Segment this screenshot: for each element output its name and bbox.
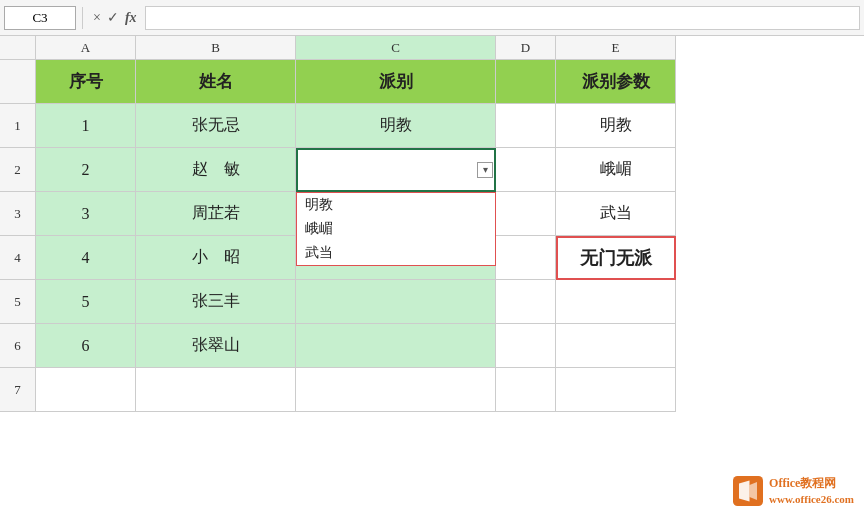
- dropdown-list[interactable]: 明教 峨嵋 武当: [296, 192, 496, 266]
- cell-8-c[interactable]: [296, 368, 496, 412]
- column-headers: A B C D E: [0, 36, 864, 60]
- svg-marker-2: [750, 482, 758, 500]
- cell-1-e[interactable]: 派别参数: [556, 60, 676, 104]
- cell-3-b[interactable]: 赵 敏: [136, 148, 296, 192]
- cell-7-b[interactable]: 张翠山: [136, 324, 296, 368]
- brand-name: Office教程网: [769, 475, 854, 492]
- cell-4-e[interactable]: 武当: [556, 192, 676, 236]
- col-header-c[interactable]: C: [296, 36, 496, 60]
- col-header-e[interactable]: E: [556, 36, 676, 60]
- row-num-1: [0, 60, 36, 104]
- dropdown-arrow[interactable]: ▾: [477, 162, 493, 178]
- cell-7-c[interactable]: [296, 324, 496, 368]
- cell-8-e[interactable]: [556, 368, 676, 412]
- dropdown-item-emei[interactable]: 峨嵋: [297, 217, 495, 241]
- row-num-8: 7: [0, 368, 36, 412]
- confirm-icon[interactable]: ✓: [107, 9, 119, 26]
- table-row: 6 6 张翠山: [0, 324, 864, 368]
- cell-4-a[interactable]: 3: [36, 192, 136, 236]
- cell-6-c[interactable]: [296, 280, 496, 324]
- row-num-2: 1: [0, 104, 36, 148]
- rows-container: 序号 姓名 派别 派别参数 1 1 张无忌 明: [0, 60, 864, 515]
- cell-5-a[interactable]: 4: [36, 236, 136, 280]
- header-data-row: 序号 姓名 派别 派别参数: [0, 60, 864, 104]
- cell-8-d[interactable]: [496, 368, 556, 412]
- cell-5-e[interactable]: 无门无派: [556, 236, 676, 280]
- cell-1-c[interactable]: 派别: [296, 60, 496, 104]
- function-icon[interactable]: fx: [125, 10, 137, 26]
- cell-6-d[interactable]: [496, 280, 556, 324]
- cell-2-e[interactable]: 明教: [556, 104, 676, 148]
- cell-reference-box[interactable]: C3: [4, 6, 76, 30]
- col-header-b[interactable]: B: [136, 36, 296, 60]
- cell-6-a[interactable]: 5: [36, 280, 136, 324]
- cell-2-d[interactable]: [496, 104, 556, 148]
- formula-input[interactable]: [145, 6, 860, 30]
- cell-8-a[interactable]: [36, 368, 136, 412]
- cell-1-d[interactable]: [496, 60, 556, 104]
- cell-4-d[interactable]: [496, 192, 556, 236]
- watermark: Office教程网 www.office26.com: [733, 475, 854, 507]
- spreadsheet: A B C D E 序号 姓名 派别: [0, 36, 864, 515]
- cell-8-b[interactable]: [136, 368, 296, 412]
- row-num-6: 5: [0, 280, 36, 324]
- row-num-5: 4: [0, 236, 36, 280]
- dropdown-item-mingjiao[interactable]: 明教: [297, 193, 495, 217]
- dropdown-wrapper: ▾ 明教 峨嵋 武当: [296, 148, 495, 191]
- cell-ref-value: C3: [32, 10, 47, 26]
- cell-5-d[interactable]: [496, 236, 556, 280]
- cell-3-d[interactable]: [496, 148, 556, 192]
- cell-6-b[interactable]: 张三丰: [136, 280, 296, 324]
- row-num-7: 6: [0, 324, 36, 368]
- office-logo-icon: [733, 476, 763, 506]
- row-num-4: 3: [0, 192, 36, 236]
- dropdown-item-wudang[interactable]: 武当: [297, 241, 495, 265]
- cell-2-c[interactable]: 明教: [296, 104, 496, 148]
- cell-7-a[interactable]: 6: [36, 324, 136, 368]
- cell-7-e[interactable]: [556, 324, 676, 368]
- formula-bar: C3 × ✓ fx: [0, 0, 864, 36]
- table-row: 7: [0, 368, 864, 412]
- cell-6-e[interactable]: [556, 280, 676, 324]
- cell-2-a[interactable]: 1: [36, 104, 136, 148]
- watermark-text: Office教程网 www.office26.com: [769, 475, 854, 507]
- cell-3-e[interactable]: 峨嵋: [556, 148, 676, 192]
- cell-5-b[interactable]: 小 昭: [136, 236, 296, 280]
- formula-divider: [82, 7, 83, 29]
- cell-3-c[interactable]: ▾ 明教 峨嵋 武当: [296, 148, 496, 192]
- row-num-3: 2: [0, 148, 36, 192]
- table-row: 1 1 张无忌 明教 明教: [0, 104, 864, 148]
- col-header-a[interactable]: A: [36, 36, 136, 60]
- cell-4-b[interactable]: 周芷若: [136, 192, 296, 236]
- table-row: 2 2 赵 敏 ▾ 明教 峨嵋 武当: [0, 148, 864, 192]
- cell-2-b[interactable]: 张无忌: [136, 104, 296, 148]
- cancel-icon[interactable]: ×: [93, 10, 101, 26]
- col-header-d[interactable]: D: [496, 36, 556, 60]
- svg-marker-1: [739, 480, 750, 501]
- website: www.office26.com: [769, 492, 854, 507]
- cell-1-b[interactable]: 姓名: [136, 60, 296, 104]
- table-row: 5 5 张三丰: [0, 280, 864, 324]
- row-num-header: [0, 36, 36, 60]
- cell-7-d[interactable]: [496, 324, 556, 368]
- cell-3-a[interactable]: 2: [36, 148, 136, 192]
- cell-1-a[interactable]: 序号: [36, 60, 136, 104]
- formula-icons: × ✓ fx: [93, 9, 137, 26]
